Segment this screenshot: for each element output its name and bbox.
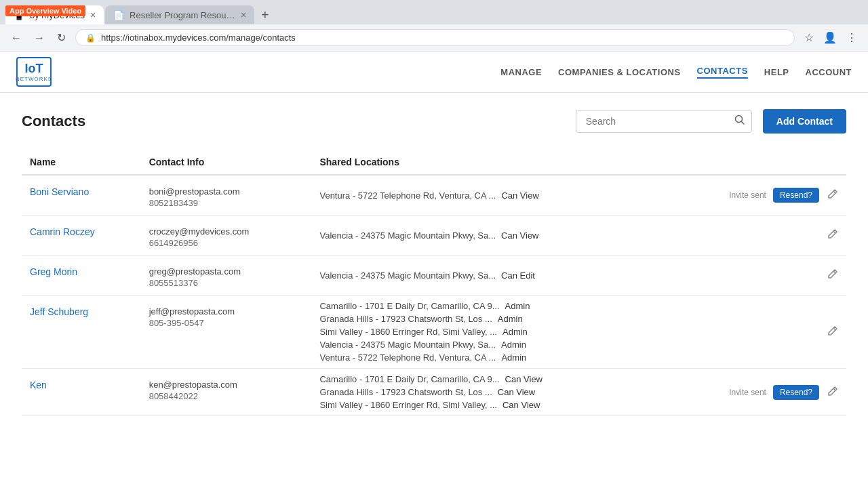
app-header: IoT NETWORKS MANAGE COMPANIES & LOCATION… — [0, 52, 868, 93]
contact-actions-cell: Invite sentResend? — [663, 175, 846, 216]
nav-help[interactable]: HELP — [764, 67, 789, 77]
permission-badge: Can View — [505, 374, 542, 384]
edit-icon[interactable] — [827, 188, 838, 202]
permission-badge: Admin — [502, 327, 528, 337]
contact-locations-cell: Ventura - 5722 Telephone Rd, Ventura, CA… — [311, 175, 662, 216]
tab-close-active[interactable]: × — [90, 9, 96, 20]
contact-actions-cell — [663, 256, 846, 296]
contact-name-link[interactable]: Ken — [30, 380, 47, 390]
contact-name-link[interactable]: Camrin Roczey — [30, 226, 95, 237]
contact-name-cell: Ken — [22, 369, 141, 416]
svg-line-3 — [833, 231, 835, 233]
invite-sent-label: Invite sent — [729, 388, 766, 397]
action-cell — [671, 268, 838, 282]
menu-icon[interactable]: ⋮ — [844, 28, 860, 47]
search-button[interactable] — [734, 115, 745, 128]
url-text: https://iotinabox.mydevices.com/manage/c… — [101, 33, 785, 43]
permission-badge: Admin — [501, 352, 526, 363]
tab-title-inactive: Reseller Program Resource Ce... — [130, 10, 235, 20]
location-text: Ventura - 5722 Telephone Rd, Ventura, CA… — [319, 352, 496, 363]
nav-companies[interactable]: COMPANIES & LOCATIONS — [558, 67, 680, 77]
contact-locations-cell: Camarillo - 1701 E Daily Dr, Camarillo, … — [311, 296, 662, 369]
toolbar-icons: ☆ 👤 ⋮ — [802, 28, 860, 47]
permission-badge: Admin — [505, 301, 530, 311]
back-button[interactable]: ← — [8, 29, 24, 47]
action-cell — [671, 325, 838, 339]
location-entry: Granada Hills - 17923 Chatsworth St, Los… — [319, 387, 654, 397]
contact-info-cell: ken@prestopasta.com8058442022 — [141, 369, 312, 416]
permission-badge: Admin — [498, 314, 523, 324]
contact-email: jeff@prestopasta.com — [149, 306, 304, 317]
contact-phone: 8052183439 — [149, 198, 304, 208]
page-header: Contacts Add Contact — [22, 109, 846, 134]
nav-contacts[interactable]: CONTACTS — [697, 66, 748, 79]
contact-name-cell: Boni Serviano — [22, 175, 141, 216]
contact-name-link[interactable]: Greg Morin — [30, 266, 77, 277]
url-bar[interactable]: 🔒 https://iotinabox.mydevices.com/manage… — [75, 29, 795, 46]
table-body: Boni Servianoboni@prestopasta.com8052183… — [22, 175, 846, 416]
location-entry: Camarillo - 1701 E Daily Dr, Camarillo, … — [319, 301, 654, 311]
col-actions — [663, 150, 846, 175]
star-icon[interactable]: ☆ — [802, 28, 816, 47]
location-text: Valencia - 24375 Magic Mountain Pkwy, Sa… — [319, 270, 496, 281]
contact-name-link[interactable]: Boni Serviano — [30, 186, 89, 197]
contact-locations-cell: Camarillo - 1701 E Daily Dr, Camarillo, … — [311, 369, 662, 416]
location-text: Simi Valley - 1860 Erringer Rd, Simi Val… — [319, 400, 497, 410]
permission-badge: Can Edit — [501, 270, 535, 281]
edit-icon[interactable] — [827, 228, 838, 242]
location-entry: Ventura - 5722 Telephone Rd, Ventura, CA… — [319, 352, 654, 363]
contact-name-cell: Jeff Schuberg — [22, 296, 141, 369]
address-bar: ← → ↻ 🔒 https://iotinabox.mydevices.com/… — [0, 24, 868, 51]
logo-networks-text: NETWORKS — [16, 76, 52, 82]
svg-line-5 — [833, 328, 835, 330]
location-entry: Valencia - 24375 Magic Mountain Pkwy, Sa… — [319, 340, 654, 350]
table-header: Name Contact Info Shared Locations — [22, 150, 846, 175]
resend-button[interactable]: Resend? — [773, 385, 819, 400]
tab-bar: App Overview Video 📱 by myDevices × 📄 Re… — [0, 0, 868, 24]
action-cell: Invite sentResend? — [671, 385, 838, 400]
contact-locations-cell: Valencia - 24375 Magic Mountain Pkwy, Sa… — [311, 256, 662, 296]
contact-phone: 8055513376 — [149, 278, 304, 288]
contact-phone: 805-395-0547 — [149, 318, 304, 328]
page-content: Contacts Add Contact Name Contact Info S… — [0, 93, 868, 432]
avatar-icon[interactable]: 👤 — [821, 28, 840, 47]
forward-button[interactable]: → — [31, 29, 47, 47]
edit-icon[interactable] — [827, 386, 838, 399]
location-text: Granada Hills - 17923 Chatsworth St, Los… — [319, 314, 492, 324]
col-contact-info: Contact Info — [141, 150, 312, 175]
nav-manage[interactable]: MANAGE — [500, 67, 542, 77]
main-nav: MANAGE COMPANIES & LOCATIONS CONTACTS HE… — [500, 66, 852, 79]
browser-chrome: App Overview Video 📱 by myDevices × 📄 Re… — [0, 0, 868, 52]
permission-badge: Can View — [502, 400, 540, 410]
location-text: Valencia - 24375 Magic Mountain Pkwy, Sa… — [319, 340, 496, 350]
search-input[interactable] — [576, 110, 752, 133]
contact-email: greg@prestopasta.com — [149, 266, 304, 277]
lock-icon: 🔒 — [85, 33, 96, 43]
contact-phone: 6614926956 — [149, 238, 304, 248]
col-shared-locations: Shared Locations — [311, 150, 662, 175]
contact-email: croczey@mydevices.com — [149, 226, 304, 237]
tab-close-inactive[interactable]: × — [241, 9, 246, 20]
new-tab-button[interactable]: + — [256, 7, 275, 23]
location-entry: Ventura - 5722 Telephone Rd, Ventura, CA… — [319, 190, 654, 201]
resend-button[interactable]: Resend? — [773, 188, 819, 203]
reload-button[interactable]: ↻ — [54, 28, 68, 47]
table-row: Boni Servianoboni@prestopasta.com8052183… — [22, 175, 846, 216]
nav-account[interactable]: ACCOUNT — [806, 67, 852, 77]
app-video-label: App Overview Video — [5, 5, 85, 16]
location-text: Granada Hills - 17923 Chatsworth St, Los… — [319, 387, 492, 397]
edit-icon[interactable] — [827, 325, 838, 339]
permission-badge: Can View — [501, 230, 538, 241]
contact-name-cell: Greg Morin — [22, 256, 141, 296]
page-title: Contacts — [22, 113, 85, 130]
contact-actions-cell — [663, 296, 846, 369]
contacts-table: Name Contact Info Shared Locations Boni … — [22, 150, 846, 416]
contact-name-link[interactable]: Jeff Schuberg — [30, 306, 88, 317]
tab-inactive[interactable]: 📄 Reseller Program Resource Ce... × — [105, 5, 254, 24]
add-contact-button[interactable]: Add Contact — [763, 109, 846, 134]
edit-icon[interactable] — [827, 268, 838, 282]
table-row: Camrin Roczeycroczey@mydevices.com661492… — [22, 216, 846, 256]
svg-line-6 — [833, 388, 835, 390]
logo: IoT NETWORKS — [16, 57, 52, 87]
contact-info-cell: croczey@mydevices.com6614926956 — [141, 216, 312, 256]
